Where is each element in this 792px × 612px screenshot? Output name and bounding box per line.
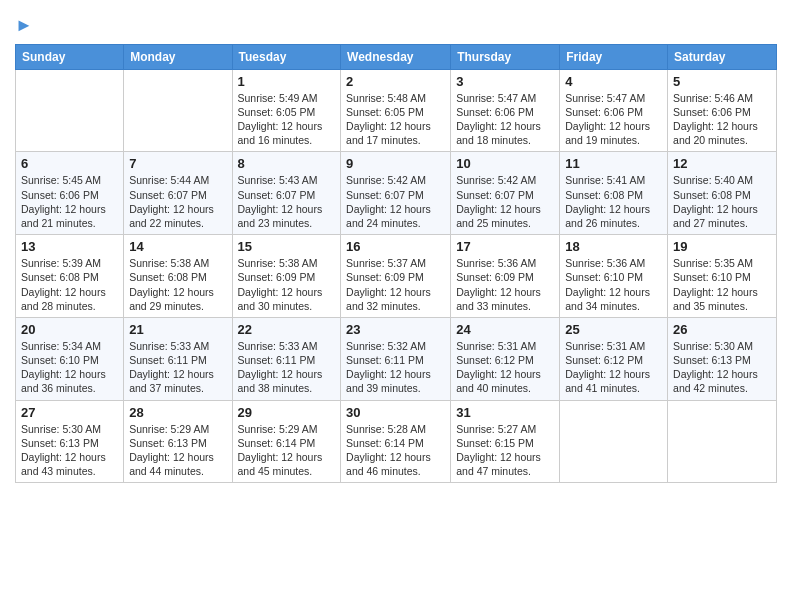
- day-number: 17: [456, 239, 554, 254]
- day-number: 31: [456, 405, 554, 420]
- day-number: 11: [565, 156, 662, 171]
- day-number: 13: [21, 239, 118, 254]
- day-info: Sunrise: 5:38 AM Sunset: 6:09 PM Dayligh…: [238, 256, 336, 313]
- header: ►: [15, 10, 777, 36]
- day-info: Sunrise: 5:45 AM Sunset: 6:06 PM Dayligh…: [21, 173, 118, 230]
- calendar-cell: 11Sunrise: 5:41 AM Sunset: 6:08 PM Dayli…: [560, 152, 668, 235]
- day-number: 29: [238, 405, 336, 420]
- calendar-cell: 4Sunrise: 5:47 AM Sunset: 6:06 PM Daylig…: [560, 69, 668, 152]
- day-info: Sunrise: 5:34 AM Sunset: 6:10 PM Dayligh…: [21, 339, 118, 396]
- calendar-cell: 20Sunrise: 5:34 AM Sunset: 6:10 PM Dayli…: [16, 317, 124, 400]
- day-info: Sunrise: 5:42 AM Sunset: 6:07 PM Dayligh…: [346, 173, 445, 230]
- day-info: Sunrise: 5:38 AM Sunset: 6:08 PM Dayligh…: [129, 256, 226, 313]
- day-number: 12: [673, 156, 771, 171]
- calendar-cell: [124, 69, 232, 152]
- day-info: Sunrise: 5:40 AM Sunset: 6:08 PM Dayligh…: [673, 173, 771, 230]
- day-header-wednesday: Wednesday: [341, 44, 451, 69]
- calendar-header-row: SundayMondayTuesdayWednesdayThursdayFrid…: [16, 44, 777, 69]
- day-header-monday: Monday: [124, 44, 232, 69]
- day-info: Sunrise: 5:46 AM Sunset: 6:06 PM Dayligh…: [673, 91, 771, 148]
- day-info: Sunrise: 5:41 AM Sunset: 6:08 PM Dayligh…: [565, 173, 662, 230]
- calendar-cell: 9Sunrise: 5:42 AM Sunset: 6:07 PM Daylig…: [341, 152, 451, 235]
- calendar-cell: 14Sunrise: 5:38 AM Sunset: 6:08 PM Dayli…: [124, 235, 232, 318]
- day-number: 16: [346, 239, 445, 254]
- calendar-cell: 10Sunrise: 5:42 AM Sunset: 6:07 PM Dayli…: [451, 152, 560, 235]
- day-number: 2: [346, 74, 445, 89]
- day-number: 22: [238, 322, 336, 337]
- day-number: 20: [21, 322, 118, 337]
- calendar-cell: 6Sunrise: 5:45 AM Sunset: 6:06 PM Daylig…: [16, 152, 124, 235]
- day-number: 7: [129, 156, 226, 171]
- calendar-cell: 28Sunrise: 5:29 AM Sunset: 6:13 PM Dayli…: [124, 400, 232, 483]
- calendar-table: SundayMondayTuesdayWednesdayThursdayFrid…: [15, 44, 777, 483]
- day-info: Sunrise: 5:39 AM Sunset: 6:08 PM Dayligh…: [21, 256, 118, 313]
- calendar-cell: 24Sunrise: 5:31 AM Sunset: 6:12 PM Dayli…: [451, 317, 560, 400]
- calendar-cell: 2Sunrise: 5:48 AM Sunset: 6:05 PM Daylig…: [341, 69, 451, 152]
- day-number: 30: [346, 405, 445, 420]
- calendar-cell: 31Sunrise: 5:27 AM Sunset: 6:15 PM Dayli…: [451, 400, 560, 483]
- calendar-cell: 13Sunrise: 5:39 AM Sunset: 6:08 PM Dayli…: [16, 235, 124, 318]
- calendar-cell: 16Sunrise: 5:37 AM Sunset: 6:09 PM Dayli…: [341, 235, 451, 318]
- day-number: 6: [21, 156, 118, 171]
- day-info: Sunrise: 5:29 AM Sunset: 6:13 PM Dayligh…: [129, 422, 226, 479]
- day-info: Sunrise: 5:43 AM Sunset: 6:07 PM Dayligh…: [238, 173, 336, 230]
- calendar-cell: 18Sunrise: 5:36 AM Sunset: 6:10 PM Dayli…: [560, 235, 668, 318]
- calendar-cell: 5Sunrise: 5:46 AM Sunset: 6:06 PM Daylig…: [668, 69, 777, 152]
- day-number: 21: [129, 322, 226, 337]
- calendar-cell: [668, 400, 777, 483]
- day-info: Sunrise: 5:27 AM Sunset: 6:15 PM Dayligh…: [456, 422, 554, 479]
- day-number: 10: [456, 156, 554, 171]
- calendar-cell: 12Sunrise: 5:40 AM Sunset: 6:08 PM Dayli…: [668, 152, 777, 235]
- calendar-cell: 27Sunrise: 5:30 AM Sunset: 6:13 PM Dayli…: [16, 400, 124, 483]
- day-number: 25: [565, 322, 662, 337]
- day-number: 9: [346, 156, 445, 171]
- day-number: 24: [456, 322, 554, 337]
- day-info: Sunrise: 5:49 AM Sunset: 6:05 PM Dayligh…: [238, 91, 336, 148]
- day-header-tuesday: Tuesday: [232, 44, 341, 69]
- day-info: Sunrise: 5:42 AM Sunset: 6:07 PM Dayligh…: [456, 173, 554, 230]
- day-header-friday: Friday: [560, 44, 668, 69]
- calendar-cell: 3Sunrise: 5:47 AM Sunset: 6:06 PM Daylig…: [451, 69, 560, 152]
- calendar-week-4: 20Sunrise: 5:34 AM Sunset: 6:10 PM Dayli…: [16, 317, 777, 400]
- day-number: 18: [565, 239, 662, 254]
- day-info: Sunrise: 5:47 AM Sunset: 6:06 PM Dayligh…: [456, 91, 554, 148]
- calendar-week-3: 13Sunrise: 5:39 AM Sunset: 6:08 PM Dayli…: [16, 235, 777, 318]
- day-info: Sunrise: 5:28 AM Sunset: 6:14 PM Dayligh…: [346, 422, 445, 479]
- calendar-cell: 25Sunrise: 5:31 AM Sunset: 6:12 PM Dayli…: [560, 317, 668, 400]
- calendar-page: ► SundayMondayTuesdayWednesdayThursdayFr…: [0, 0, 792, 612]
- logo-text: ►: [15, 16, 33, 36]
- calendar-cell: 7Sunrise: 5:44 AM Sunset: 6:07 PM Daylig…: [124, 152, 232, 235]
- day-number: 5: [673, 74, 771, 89]
- day-info: Sunrise: 5:32 AM Sunset: 6:11 PM Dayligh…: [346, 339, 445, 396]
- calendar-cell: 8Sunrise: 5:43 AM Sunset: 6:07 PM Daylig…: [232, 152, 341, 235]
- day-number: 19: [673, 239, 771, 254]
- day-number: 3: [456, 74, 554, 89]
- day-info: Sunrise: 5:48 AM Sunset: 6:05 PM Dayligh…: [346, 91, 445, 148]
- day-info: Sunrise: 5:31 AM Sunset: 6:12 PM Dayligh…: [565, 339, 662, 396]
- calendar-week-2: 6Sunrise: 5:45 AM Sunset: 6:06 PM Daylig…: [16, 152, 777, 235]
- day-info: Sunrise: 5:36 AM Sunset: 6:09 PM Dayligh…: [456, 256, 554, 313]
- day-info: Sunrise: 5:33 AM Sunset: 6:11 PM Dayligh…: [238, 339, 336, 396]
- calendar-cell: 15Sunrise: 5:38 AM Sunset: 6:09 PM Dayli…: [232, 235, 341, 318]
- calendar-cell: 19Sunrise: 5:35 AM Sunset: 6:10 PM Dayli…: [668, 235, 777, 318]
- day-info: Sunrise: 5:30 AM Sunset: 6:13 PM Dayligh…: [673, 339, 771, 396]
- day-info: Sunrise: 5:44 AM Sunset: 6:07 PM Dayligh…: [129, 173, 226, 230]
- day-number: 8: [238, 156, 336, 171]
- calendar-cell: 1Sunrise: 5:49 AM Sunset: 6:05 PM Daylig…: [232, 69, 341, 152]
- day-number: 28: [129, 405, 226, 420]
- calendar-cell: [560, 400, 668, 483]
- day-info: Sunrise: 5:36 AM Sunset: 6:10 PM Dayligh…: [565, 256, 662, 313]
- day-info: Sunrise: 5:30 AM Sunset: 6:13 PM Dayligh…: [21, 422, 118, 479]
- day-number: 15: [238, 239, 336, 254]
- calendar-cell: 17Sunrise: 5:36 AM Sunset: 6:09 PM Dayli…: [451, 235, 560, 318]
- calendar-cell: 23Sunrise: 5:32 AM Sunset: 6:11 PM Dayli…: [341, 317, 451, 400]
- day-info: Sunrise: 5:31 AM Sunset: 6:12 PM Dayligh…: [456, 339, 554, 396]
- day-info: Sunrise: 5:33 AM Sunset: 6:11 PM Dayligh…: [129, 339, 226, 396]
- calendar-cell: [16, 69, 124, 152]
- day-info: Sunrise: 5:37 AM Sunset: 6:09 PM Dayligh…: [346, 256, 445, 313]
- day-number: 1: [238, 74, 336, 89]
- calendar-cell: 29Sunrise: 5:29 AM Sunset: 6:14 PM Dayli…: [232, 400, 341, 483]
- day-info: Sunrise: 5:29 AM Sunset: 6:14 PM Dayligh…: [238, 422, 336, 479]
- calendar-cell: 21Sunrise: 5:33 AM Sunset: 6:11 PM Dayli…: [124, 317, 232, 400]
- day-info: Sunrise: 5:47 AM Sunset: 6:06 PM Dayligh…: [565, 91, 662, 148]
